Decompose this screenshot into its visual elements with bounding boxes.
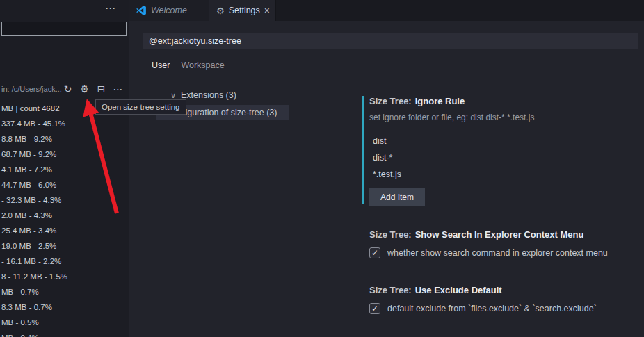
ignore-rule-list: dist dist-* *.test.js <box>362 133 571 183</box>
close-icon[interactable]: × <box>264 6 270 15</box>
setting-use-exclude-default: Size Tree:Use Exclude Default ✓ default … <box>362 285 597 314</box>
list-item[interactable]: - 16.1 MB - 2.2% <box>0 254 128 269</box>
tooltip: Open size-tree setting <box>95 99 186 115</box>
list-item[interactable]: MB - 0.7% <box>0 284 128 299</box>
tab-settings[interactable]: ⚙ Settings × <box>209 0 276 21</box>
filter-input[interactable] <box>1 22 127 36</box>
tab-workspace[interactable]: Workspace <box>181 60 224 74</box>
list-item[interactable]: - 32.3 MB - 4.3% <box>0 192 128 208</box>
list-item[interactable]: 25.4 MB - 3.4% <box>0 223 128 238</box>
modified-indicator <box>362 96 364 204</box>
editor-tab-bar: Welcome ⚙ Settings × <box>129 0 644 21</box>
setting-category: Size Tree: <box>369 285 412 295</box>
gear-icon[interactable]: ⚙ <box>79 83 90 95</box>
tab-user[interactable]: User <box>152 60 170 74</box>
list-item[interactable]: 4.1 MB - 7.2% <box>0 162 128 177</box>
setting-title: Size Tree:Ignore Rule <box>362 96 571 106</box>
list-item[interactable]: MB - 0.5% <box>0 315 128 330</box>
tab-label: Settings <box>229 6 260 15</box>
list-item[interactable]: 337.4 MB - 45.1% <box>0 116 128 131</box>
list-item[interactable]: 19.0 MB - 2.5% <box>0 238 128 254</box>
checkbox-label: default exclude from `files.exclude` & `… <box>387 304 597 313</box>
toolbar-icons: ↻ ⚙ ⊟ ⋯ <box>63 83 123 95</box>
checkbox-row: ✓ whether show search command in explore… <box>369 247 608 258</box>
setting-title: Size Tree:Show Search In Explorer Contex… <box>362 229 608 240</box>
tab-label: Welcome <box>151 6 187 15</box>
list-item[interactable]: *.test.js <box>369 166 571 183</box>
list-item[interactable]: MB - 0.4% <box>0 330 128 337</box>
refresh-icon[interactable]: ↻ <box>63 83 73 95</box>
list-item[interactable]: 8.8 MB - 9.2% <box>0 131 128 147</box>
more-icon[interactable]: ⋯ <box>113 83 123 95</box>
settings-scope-tabs: User Workspace <box>152 60 225 74</box>
list-item[interactable]: 68.7 MB - 9.2% <box>0 147 128 162</box>
list-item[interactable]: 2.0 MB - 4.3% <box>0 208 128 223</box>
setting-name: Use Exclude Default <box>415 285 502 295</box>
list-item[interactable]: dist <box>369 133 571 149</box>
size-tree-toolbar: in: /c/Users/jack... ↻ ⚙ ⊟ ⋯ <box>0 82 129 96</box>
list-item[interactable]: 44.7 MB - 6.0% <box>0 177 128 192</box>
toc-divider <box>341 87 341 337</box>
checkbox-label: whether show search command in explorer … <box>387 248 608 258</box>
list-item[interactable]: 8.3 MB - 0.7% <box>0 299 128 315</box>
size-tree-panel: ⋯ in: /c/Users/jack... ↻ ⚙ ⊟ ⋯ MB | coun… <box>0 0 129 337</box>
collapse-all-icon[interactable]: ⊟ <box>96 83 106 95</box>
settings-file-icon: ⚙ <box>216 6 225 16</box>
scan-path-label: in: /c/Users/jack... <box>1 85 62 93</box>
setting-show-search-context-menu: Size Tree:Show Search In Explorer Contex… <box>362 229 608 258</box>
vscode-window: ⋯ in: /c/Users/jack... ↻ ⚙ ⊟ ⋯ MB | coun… <box>0 0 644 337</box>
checkbox-checked-icon[interactable]: ✓ <box>369 303 380 314</box>
setting-name: Show Search In Explorer Context Menu <box>415 229 584 240</box>
setting-title: Size Tree:Use Exclude Default <box>362 285 597 295</box>
setting-description: set ignore folder or file, eg: dist dist… <box>362 113 571 122</box>
panel-more-icon[interactable]: ⋯ <box>105 2 115 15</box>
toc-item-extensions[interactable]: ∨Extensions (3) <box>170 90 236 100</box>
checkbox-checked-icon[interactable]: ✓ <box>369 247 380 258</box>
settings-search-input[interactable] <box>143 33 638 49</box>
list-item[interactable]: 8 - 11.2 MB - 1.5% <box>0 269 128 284</box>
size-tree-list: MB | count 4682 337.4 MB - 45.1% 8.8 MB … <box>0 101 128 337</box>
setting-category: Size Tree: <box>369 229 412 240</box>
setting-category: Size Tree: <box>369 96 412 106</box>
list-item[interactable]: dist-* <box>369 149 571 166</box>
toc-label: Extensions (3) <box>181 90 236 100</box>
tab-welcome[interactable]: Welcome <box>129 0 209 21</box>
setting-ignore-rule: Size Tree:Ignore Rule set ignore folder … <box>362 96 571 206</box>
checkbox-row: ✓ default exclude from `files.exclude` &… <box>369 303 597 314</box>
add-item-button[interactable]: Add Item <box>369 188 425 206</box>
settings-editor: User Workspace ∨Extensions (3) Configura… <box>129 21 644 337</box>
setting-name: Ignore Rule <box>415 96 465 106</box>
vscode-logo-icon <box>136 5 147 16</box>
